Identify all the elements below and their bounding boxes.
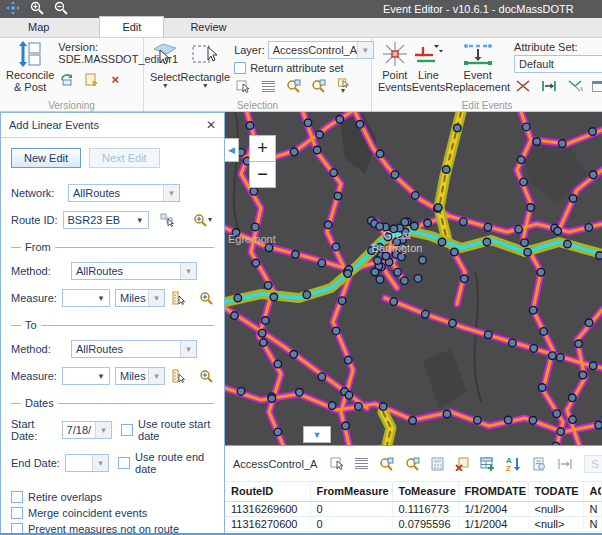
- select-route-icon[interactable]: [160, 212, 176, 228]
- zoom-selected-icon[interactable]: [284, 78, 302, 94]
- select-by-shape-icon[interactable]: [330, 455, 344, 473]
- to-measure-unit-dropdown[interactable]: Miles ▾: [115, 367, 165, 385]
- svg-text:Z: Z: [506, 464, 511, 471]
- start-date-combo[interactable]: 7/18/ ▾: [62, 421, 112, 439]
- add-records-icon[interactable]: [480, 455, 495, 473]
- rectangle-caret[interactable]: ▾: [203, 83, 207, 89]
- select-by-shape-icon[interactable]: [234, 78, 252, 94]
- offset-icon[interactable]: [557, 455, 573, 473]
- calculator-icon[interactable]: [431, 455, 444, 473]
- rectangle-button[interactable]: Rectangle ▾: [181, 41, 231, 94]
- column-header[interactable]: TODATE: [528, 482, 583, 501]
- zoom-in-icon[interactable]: [30, 1, 44, 17]
- event-replacement-button[interactable]: Event Replacement: [445, 41, 510, 94]
- window-title: Event Editor - v10.6.1 - docMassDOTR: [383, 3, 602, 15]
- pan-selected-icon[interactable]: [405, 455, 420, 473]
- split-event-icon[interactable]: [514, 78, 532, 94]
- tab-review[interactable]: Review: [168, 17, 248, 37]
- layer-dropdown[interactable]: AccessControl_A ▾: [268, 41, 374, 59]
- table-cell: 0: [310, 516, 392, 531]
- next-edit-button[interactable]: Next Edit: [89, 148, 160, 168]
- reconcile-post-button[interactable]: Reconcile & Post: [6, 41, 54, 93]
- to-method-dropdown[interactable]: AllRoutes ▾: [71, 340, 197, 358]
- report-icon[interactable]: [532, 455, 546, 473]
- panel-title: Add Linear Events: [9, 119, 99, 131]
- to-measure-combo[interactable]: ▾: [62, 367, 110, 385]
- to-method-label: Method:: [11, 343, 66, 355]
- tab-map[interactable]: Map: [6, 17, 71, 37]
- column-header[interactable]: ToMeasure: [392, 482, 458, 501]
- end-date-combo[interactable]: ▾: [65, 454, 109, 472]
- use-route-end-date-checkbox[interactable]: [118, 457, 130, 469]
- select-button[interactable]: Select ▾: [150, 41, 181, 94]
- table-row[interactable]: 1131626960000.11167731/1/2004<null>N: [225, 501, 602, 516]
- route-id-label: Route ID:: [11, 214, 58, 226]
- from-method-dropdown[interactable]: AllRoutes ▾: [71, 262, 197, 280]
- clear-selection-icon[interactable]: [455, 455, 469, 473]
- table-cell: 1/1/2004: [458, 501, 528, 516]
- from-measure-combo[interactable]: ▾: [62, 289, 110, 307]
- from-section-label: From: [25, 241, 51, 253]
- merge-event-icon[interactable]: [566, 78, 584, 94]
- column-header[interactable]: AC: [583, 482, 602, 501]
- table-cell: <null>: [528, 516, 583, 531]
- new-version-icon[interactable]: [82, 71, 100, 87]
- map-viewport[interactable]: Egremont Great Barrington ◀ + − ▼: [225, 112, 602, 445]
- column-header[interactable]: RouteID: [225, 482, 310, 501]
- attribute-window-icon[interactable]: [592, 81, 602, 92]
- zoom-out-icon[interactable]: [54, 1, 68, 17]
- from-measure-unit-dropdown[interactable]: Miles ▾: [115, 289, 165, 307]
- table-cell: <null>: [528, 501, 583, 516]
- table-row[interactable]: 1131627060000.07955961/1/2004<null>N: [225, 516, 602, 531]
- attribute-table-panel: AccessControl_A AZ: [225, 445, 602, 535]
- pan-selected-icon[interactable]: [309, 78, 327, 94]
- sort-icon[interactable]: AZ: [506, 455, 521, 473]
- tab-edit[interactable]: Edit: [99, 16, 164, 37]
- selection-options-icon[interactable]: ▾: [334, 78, 352, 94]
- retire-overlaps-label: Retire overlaps: [28, 491, 102, 503]
- new-edit-button[interactable]: New Edit: [11, 148, 81, 168]
- table-cell: 0: [310, 501, 392, 516]
- table-toolbar: AccessControl_A AZ: [225, 446, 602, 482]
- line-events-icon: [413, 41, 443, 67]
- retire-overlaps-checkbox[interactable]: [11, 491, 23, 503]
- translate-event-icon[interactable]: [540, 78, 558, 94]
- column-header[interactable]: FROMDATE: [458, 482, 528, 501]
- map-label-egremont: Egremont: [228, 233, 276, 245]
- return-attribute-set-checkbox[interactable]: [234, 62, 246, 74]
- to-measure-pick-icon[interactable]: [172, 368, 186, 384]
- merge-coincident-events-checkbox[interactable]: [11, 507, 23, 519]
- close-icon[interactable]: ✕: [206, 118, 216, 132]
- zoom-selected-icon[interactable]: [379, 455, 394, 473]
- map-zoom-in-button[interactable]: +: [249, 135, 276, 162]
- route-id-combo[interactable]: BSR23 EB ▾: [63, 211, 149, 229]
- network-dropdown[interactable]: AllRoutes ▾: [68, 184, 180, 202]
- map-canvas[interactable]: Egremont Great Barrington: [225, 112, 602, 445]
- route-zoom-icon[interactable]: ▾: [191, 212, 214, 228]
- point-events-button[interactable]: Point Events: [378, 41, 412, 94]
- from-measure-pick-icon[interactable]: [172, 290, 186, 306]
- ribbon-tabstrip: Map Edit Review: [0, 18, 602, 38]
- selection-list-icon[interactable]: [259, 78, 277, 94]
- map-zoom-out-button[interactable]: −: [249, 161, 276, 188]
- select-caret[interactable]: ▾: [163, 83, 167, 89]
- show-rows-icon[interactable]: [355, 455, 368, 473]
- to-measure-zoom-icon[interactable]: [199, 368, 214, 384]
- point-events-icon: [382, 41, 408, 67]
- prevent-measures-checkbox[interactable]: [11, 523, 23, 535]
- use-route-start-date-checkbox[interactable]: [121, 424, 133, 436]
- collapse-panel-down-button[interactable]: ▼: [303, 426, 331, 443]
- line-events-button[interactable]: Line Events: [412, 41, 446, 94]
- start-date-label: Start Date:: [11, 418, 57, 442]
- from-measure-zoom-icon[interactable]: [199, 290, 214, 306]
- save-button[interactable]: S: [584, 455, 602, 473]
- column-header[interactable]: FromMeasure: [310, 482, 392, 501]
- conflicts-icon[interactable]: [58, 71, 76, 87]
- collapse-panel-left-button[interactable]: ◀: [225, 138, 239, 162]
- table-layer-name: AccessControl_A: [233, 458, 317, 470]
- from-method-label: Method:: [11, 265, 66, 277]
- attribute-set-dropdown[interactable]: Default ▾: [514, 55, 602, 73]
- delete-version-icon[interactable]: ×: [106, 71, 124, 87]
- route-zoom-caret[interactable]: ▾: [208, 217, 212, 223]
- pan-icon[interactable]: [6, 1, 20, 17]
